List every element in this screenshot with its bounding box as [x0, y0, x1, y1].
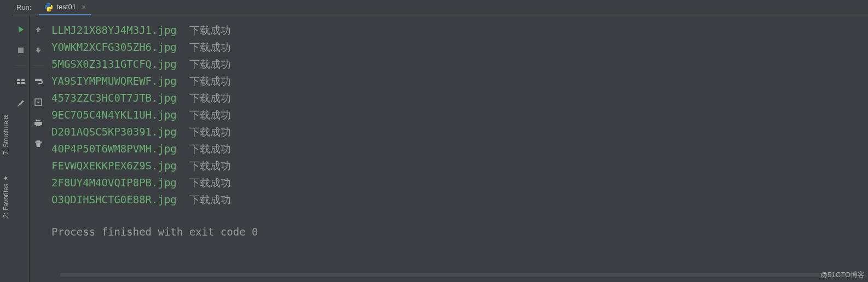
output-status: 下载成功: [189, 41, 231, 53]
delete-button[interactable]: [32, 137, 45, 150]
separator: [33, 66, 44, 66]
output-status: 下载成功: [189, 193, 231, 205]
output-filename: YOWKM2XCFG305ZH6.jpg: [51, 41, 177, 53]
output-line: FEVWQXEKKPEX6Z9S.jpg 下载成功: [51, 157, 864, 174]
output-status: 下载成功: [189, 75, 231, 87]
structure-icon: ⊞: [4, 113, 9, 120]
output-line: 4OP4P50T6WM8PVMH.jpg 下载成功: [51, 140, 864, 157]
exit-message: Process finished with exit code 0: [51, 224, 864, 240]
print-button[interactable]: [32, 116, 45, 130]
console-output[interactable]: LLMJ21X88YJ4M3J1.jpg 下载成功YOWKM2XCFG305ZH…: [47, 15, 868, 282]
output-status: 下载成功: [189, 109, 231, 121]
favorites-label: 2: Favorites: [2, 184, 10, 218]
svg-rect-3: [17, 82, 20, 84]
soft-wrap-button[interactable]: [32, 75, 45, 88]
structure-label: 7: Structure: [2, 121, 10, 155]
left-tool-strip: 7: Structure ⊞ 2: Favorites ★: [0, 0, 12, 282]
output-status: 下载成功: [189, 126, 231, 138]
output-line: YOWKM2XCFG305ZH6.jpg 下载成功: [51, 39, 864, 56]
svg-rect-0: [18, 48, 24, 53]
run-label: Run:: [16, 3, 31, 11]
output-filename: 5MGSX0Z3131GTCFQ.jpg: [51, 58, 177, 70]
scrollbar-placeholder: [60, 273, 857, 277]
output-status: 下载成功: [189, 177, 231, 189]
output-filename: YA9SIYMPMUWQREWF.jpg: [51, 75, 177, 87]
python-icon: [44, 3, 53, 11]
output-status: 下载成功: [189, 92, 231, 104]
down-button[interactable]: [32, 44, 45, 57]
layout-button[interactable]: [14, 75, 27, 88]
watermark: @51CTO博客: [820, 270, 865, 280]
output-filename: 9EC7O5C4N4YKL1UH.jpg: [51, 109, 177, 121]
svg-rect-2: [21, 79, 25, 81]
separator: [15, 66, 26, 66]
output-filename: 2F8UY4M4OVQIP8PB.jpg: [51, 177, 177, 189]
output-line: YA9SIYMPMUWQREWF.jpg 下载成功: [51, 73, 864, 90]
output-line: 9EC7O5C4N4YKL1UH.jpg 下载成功: [51, 107, 864, 124]
output-filename: FEVWQXEKKPEX6Z9S.jpg: [51, 160, 177, 172]
output-line: 2F8UY4M4OVQIP8PB.jpg 下载成功: [51, 174, 864, 191]
output-filename: LLMJ21X88YJ4M3J1.jpg: [51, 24, 177, 36]
output-filename: 4OP4P50T6WM8PVMH.jpg: [51, 143, 177, 155]
pin-button[interactable]: [14, 96, 27, 109]
favorites-tab[interactable]: 2: Favorites ★: [1, 170, 11, 222]
output-status: 下载成功: [189, 160, 231, 172]
output-line: LLMJ21X88YJ4M3J1.jpg 下载成功: [51, 22, 864, 39]
run-toolbar-left: [12, 15, 30, 282]
rerun-button[interactable]: [14, 23, 27, 36]
output-line: 5MGSX0Z3131GTCFQ.jpg 下载成功: [51, 56, 864, 73]
output-line: 4573ZZC3HC0T7JTB.jpg 下载成功: [51, 90, 864, 107]
output-line: D201AQSC5KP30391.jpg 下载成功: [51, 124, 864, 140]
output-filename: D201AQSC5KP30391.jpg: [51, 126, 177, 138]
tab-name: test01: [56, 3, 76, 11]
output-status: 下载成功: [189, 58, 231, 70]
output-status: 下载成功: [189, 24, 231, 36]
structure-tab[interactable]: 7: Structure ⊞: [1, 109, 11, 159]
svg-rect-4: [21, 82, 25, 84]
star-icon: ★: [3, 174, 10, 181]
close-icon[interactable]: ×: [82, 3, 86, 11]
run-tool-window: Run: test01 ×: [12, 0, 868, 282]
svg-rect-1: [17, 79, 20, 81]
run-header: Run: test01 ×: [12, 0, 868, 15]
up-button[interactable]: [32, 23, 45, 36]
stop-button[interactable]: [14, 44, 27, 57]
output-line: O3QDIHSHCTG0E88R.jpg 下载成功: [51, 191, 864, 208]
run-config-tab[interactable]: test01 ×: [39, 0, 91, 15]
scroll-to-end-button[interactable]: [32, 96, 45, 109]
run-toolbar-right: [30, 15, 47, 282]
output-status: 下载成功: [189, 143, 231, 155]
run-body: LLMJ21X88YJ4M3J1.jpg 下载成功YOWKM2XCFG305ZH…: [12, 15, 868, 282]
output-filename: O3QDIHSHCTG0E88R.jpg: [51, 193, 177, 205]
output-filename: 4573ZZC3HC0T7JTB.jpg: [51, 92, 177, 104]
